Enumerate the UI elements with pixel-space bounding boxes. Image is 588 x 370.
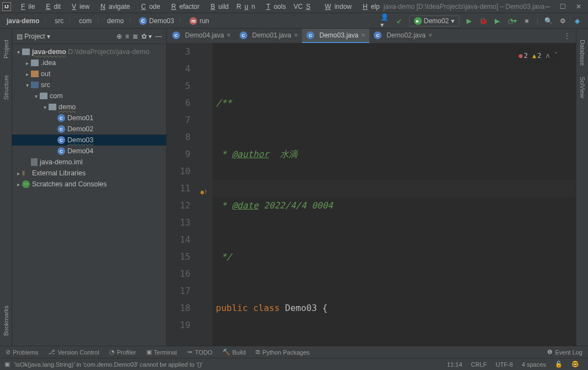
tree-file-demo04[interactable]: CDemo04 <box>12 146 166 157</box>
menu-build[interactable]: Build <box>204 2 232 12</box>
tab-demo04[interactable]: CDemo04.java× <box>168 29 235 43</box>
stop-button[interactable]: ■ <box>522 17 531 25</box>
menu-view[interactable]: View <box>65 2 93 12</box>
tab-menu-icon[interactable]: ⋮ <box>558 29 576 43</box>
readonly-icon[interactable]: 🔓 <box>550 361 567 368</box>
expand-all-icon[interactable]: ≡ <box>125 33 129 40</box>
code-editor[interactable]: 345678910111213141516171819 ●! /** * @au… <box>167 43 576 346</box>
tree-file-demo01[interactable]: CDemo01 <box>12 112 166 124</box>
search-icon[interactable]: 🔍 <box>544 17 553 25</box>
debug-button[interactable]: 🐞 <box>479 17 488 25</box>
indent-setting[interactable]: 4 spaces <box>517 361 550 368</box>
menu-run[interactable]: Run <box>233 2 258 12</box>
crumb-com[interactable]: com <box>76 16 95 26</box>
collapse-all-icon[interactable]: ≣ <box>133 33 138 40</box>
bottom-tool-stripe: ⊘ Problems ⎇ Version Control ◔ Profiler … <box>0 346 588 358</box>
tool-todo[interactable]: ≔ TODO <box>187 348 213 356</box>
close-icon[interactable]: × <box>294 31 298 39</box>
tree-out[interactable]: ▸out <box>12 68 166 79</box>
menu-refactor[interactable]: Refactor <box>165 2 203 12</box>
plugin-icon[interactable]: ◆ <box>573 17 581 25</box>
crumb-src[interactable]: src <box>51 16 67 26</box>
maximize-icon[interactable]: ☐ <box>560 3 566 10</box>
tool-bookmarks[interactable]: Bookmarks <box>3 305 9 336</box>
menu-vcs[interactable]: VCS <box>290 2 317 12</box>
tree-com[interactable]: ▾com <box>12 90 166 101</box>
tab-demo02[interactable]: CDemo02.java× <box>369 29 437 43</box>
project-panel: ▤ Project ▾ ⊕ ≡ ≣ ✿ ▾ — ▾java-demo D:\Id… <box>12 29 167 346</box>
close-icon[interactable]: × <box>428 31 432 39</box>
tree-iml[interactable]: java-demo.iml <box>12 157 166 168</box>
menu-help[interactable]: Help <box>356 2 383 12</box>
tool-sciview[interactable]: SciView <box>579 77 586 98</box>
menu-edit[interactable]: Edit <box>39 2 64 12</box>
statusbar: ▣ 'isOk(java.lang.String)' in 'com.demo.… <box>0 358 588 370</box>
crumb-class[interactable]: CDemo03 <box>136 16 177 26</box>
close-icon[interactable]: × <box>361 31 365 39</box>
settings-icon[interactable]: ⚙ <box>558 17 567 25</box>
run-button[interactable]: ▶ <box>465 17 474 25</box>
project-dropdown[interactable]: ▤ Project ▾ <box>17 33 50 40</box>
line-gutter: 345678910111213141516171819 <box>167 43 197 346</box>
tree-file-demo03[interactable]: CDemo03 <box>12 135 166 146</box>
breadcrumb: java-demo 〉 src 〉 com 〉 demo 〉 CDemo03 〉… <box>3 16 380 26</box>
line-separator[interactable]: CRLF <box>467 361 491 368</box>
tree-scratches[interactable]: ▸⋯Scratches and Consoles <box>12 179 166 190</box>
select-opened-icon[interactable]: ⊕ <box>116 33 122 40</box>
tab-demo03[interactable]: CDemo03.java× <box>302 29 369 43</box>
status-message: 'isOk(java.lang.String)' in 'com.demo.De… <box>10 361 443 368</box>
tool-problems[interactable]: ⊘ Problems <box>6 348 38 356</box>
crumb-method[interactable]: mrun <box>186 16 212 26</box>
annotation-gutter: ●! <box>197 43 213 346</box>
tool-version-control[interactable]: ⎇ Version Control <box>48 348 99 356</box>
menu-tools[interactable]: Tools <box>259 2 289 12</box>
menu-file[interactable]: File <box>14 2 38 12</box>
intention-bulb-icon[interactable]: ●! <box>200 184 209 192</box>
tool-database[interactable]: Database <box>579 40 586 66</box>
caret-position[interactable]: 11:14 <box>443 361 467 368</box>
coverage-button[interactable]: ▶. <box>494 17 502 25</box>
ide-status-icon[interactable]: 🤓 <box>567 361 584 368</box>
titlebar: IJ File Edit View Navigate Code Refactor… <box>0 0 588 13</box>
tree-root[interactable]: ▾java-demo D:\IdeaProjects\java-demo <box>12 46 166 57</box>
menu-navigate[interactable]: Navigate <box>94 2 133 12</box>
crumb-project[interactable]: java-demo <box>3 16 43 26</box>
crumb-demo[interactable]: demo <box>104 16 127 26</box>
tool-structure[interactable]: Structure <box>3 75 9 100</box>
menu-code[interactable]: Code <box>134 2 163 12</box>
tool-terminal[interactable]: ▣ Terminal <box>146 348 177 356</box>
editor-tabs: CDemo04.java× CDemo01.java× CDemo03.java… <box>167 29 576 43</box>
status-icon[interactable]: ▣ <box>4 361 10 368</box>
app-icon: IJ <box>2 2 11 11</box>
hide-panel-icon[interactable]: — <box>155 33 162 40</box>
menu-window[interactable]: Window <box>318 2 355 12</box>
tab-demo01[interactable]: CDemo01.java× <box>235 29 303 43</box>
menubar: File Edit View Navigate Code Refactor Bu… <box>14 2 383 12</box>
close-icon[interactable]: × <box>227 31 231 39</box>
tree-ext-lib[interactable]: ▸⫴External Libraries <box>12 168 166 179</box>
tool-profiler[interactable]: ◔ Profiler <box>109 348 136 356</box>
left-tool-stripe: Project Structure Bookmarks <box>0 29 12 346</box>
tool-project[interactable]: Project <box>3 40 9 58</box>
vcs-update-icon[interactable]: ↙ <box>395 17 404 25</box>
close-icon[interactable]: ✕ <box>576 3 581 10</box>
editor-area: CDemo04.java× CDemo01.java× CDemo03.java… <box>167 29 576 346</box>
panel-settings-icon[interactable]: ✿ ▾ <box>141 33 152 40</box>
run-config-selector[interactable]: ▸Demo02 ▾ <box>409 15 459 26</box>
tree-file-demo02[interactable]: CDemo02 <box>12 124 166 135</box>
tool-build[interactable]: 🔨 Build <box>223 348 246 356</box>
tool-python-packages[interactable]: ⧉ Python Packages <box>256 348 310 356</box>
right-tool-stripe: Database SciView <box>576 29 588 346</box>
tool-event-log[interactable]: ❶ Event Log <box>547 348 582 356</box>
minimize-icon[interactable]: ─ <box>545 3 550 10</box>
tree-demo[interactable]: ▾demo <box>12 101 166 112</box>
tree-idea[interactable]: ▸.idea <box>12 57 166 68</box>
user-icon[interactable]: 👤▾ <box>380 17 389 25</box>
window-title: java-demo [D:\IdeaProjects\java-demo] – … <box>383 3 545 10</box>
project-tree: ▾java-demo D:\IdeaProjects\java-demo ▸.i… <box>12 44 166 346</box>
inspection-widget[interactable]: 2 2 ʌˇ <box>517 46 560 66</box>
code-body[interactable]: /** * @author 水滴 * @date 2022/4/4 0004 *… <box>213 43 576 346</box>
profile-button[interactable]: ◔▾ <box>508 17 517 25</box>
tree-src[interactable]: ▾src <box>12 79 166 90</box>
encoding[interactable]: UTF-8 <box>491 361 517 368</box>
